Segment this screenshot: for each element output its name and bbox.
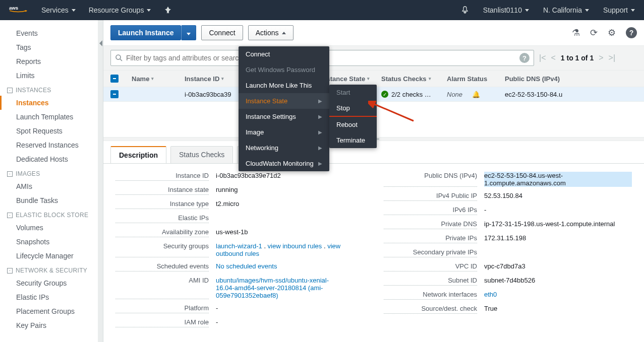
sg-link[interactable]: launch-wizard-1 xyxy=(216,242,262,250)
tab-description[interactable]: Description xyxy=(110,146,166,163)
chevron-right-icon: ▶ xyxy=(318,129,322,135)
sidebar-item-placement-groups[interactable]: Placement Groups xyxy=(0,304,98,318)
nav-resource-groups[interactable]: Resource Groups xyxy=(89,6,151,14)
nav-services[interactable]: Services xyxy=(41,6,76,14)
nav-user[interactable]: Stanlist0110 xyxy=(483,6,529,14)
connect-button[interactable]: Connect xyxy=(201,25,243,40)
sidebar-item-reports[interactable]: Reports xyxy=(0,54,98,69)
sidebar-item-dedicated-hosts[interactable]: Dedicated Hosts xyxy=(0,152,98,166)
pager: |< < 1 to 1 of 1 > >| xyxy=(539,53,615,62)
submenu-start: Start xyxy=(329,85,377,100)
sidebar-section-ebs[interactable]: -ELASTIC BLOCK STORE xyxy=(0,208,98,221)
menu-launch-more[interactable]: Launch More Like This xyxy=(239,78,329,93)
col-name[interactable]: Name▾ xyxy=(132,75,185,83)
detail-key: Subnet ID xyxy=(384,277,477,286)
experiments-icon[interactable]: ⚗ xyxy=(572,27,580,38)
tab-status-checks[interactable]: Status Checks xyxy=(170,146,233,163)
sidebar-item-launch-templates[interactable]: Launch Templates xyxy=(0,110,98,124)
submenu-terminate[interactable]: Terminate xyxy=(329,132,377,148)
sort-icon: ▾ xyxy=(151,76,154,81)
search-help-icon[interactable]: ? xyxy=(519,53,530,63)
chevron-down-icon xyxy=(631,9,635,12)
sidebar-item-lifecycle[interactable]: Lifecycle Manager xyxy=(0,249,98,263)
eni-link[interactable]: eth0 xyxy=(484,291,497,298)
sidebar-item-elastic-ips[interactable]: Elastic IPs xyxy=(0,290,98,304)
nav-region[interactable]: N. California xyxy=(543,6,589,14)
detail-key: Public DNS (IPv4) xyxy=(384,172,477,187)
pager-prev[interactable]: < xyxy=(551,53,556,62)
nav-user-label: Stanlist0110 xyxy=(483,6,522,14)
sidebar-item-snapshots[interactable]: Snapshots xyxy=(0,235,98,249)
side-nav: Events Tags Reports Limits -INSTANCES In… xyxy=(0,20,98,342)
sidebar-item-reserved[interactable]: Reserved Instances xyxy=(0,138,98,152)
menu-image[interactable]: Image▶ xyxy=(239,124,329,140)
sched-link[interactable]: No scheduled events xyxy=(216,262,277,270)
sidebar-item-tags[interactable]: Tags xyxy=(0,40,98,54)
sidebar-section-label: ELASTIC BLOCK STORE xyxy=(16,212,88,219)
chevron-down-icon xyxy=(187,33,191,35)
help-icon[interactable]: ? xyxy=(626,27,637,38)
sidebar-section-images[interactable]: -IMAGES xyxy=(0,166,98,179)
sidebar-item-amis[interactable]: AMIs xyxy=(0,179,98,193)
menu-connect[interactable]: Connect xyxy=(239,46,329,62)
launch-instance-dropdown[interactable] xyxy=(181,25,196,40)
chevron-right-icon: ▶ xyxy=(318,161,322,166)
cell-checks: ✓2/2 checks … xyxy=(381,91,447,98)
menu-instance-state[interactable]: Instance State▶ xyxy=(239,93,329,109)
detail-value: us-west-1b xyxy=(216,228,248,237)
detail-value: launch-wizard-1 . view inbound rules . v… xyxy=(216,242,364,257)
svg-line-3 xyxy=(372,103,414,121)
sidebar-section-label: IMAGES xyxy=(16,170,40,177)
svg-point-1 xyxy=(116,55,121,59)
select-all-checkbox[interactable] xyxy=(110,75,119,83)
col-state[interactable]: Instance State▾ xyxy=(321,75,381,83)
actions-button[interactable]: Actions xyxy=(248,25,294,40)
pager-first[interactable]: |< xyxy=(539,53,546,62)
sidebar-item-spot-requests[interactable]: Spot Requests xyxy=(0,124,98,138)
check-ok-icon: ✓ xyxy=(381,91,388,98)
sidebar-item-key-pairs[interactable]: Key Pairs xyxy=(0,318,98,332)
pager-status: 1 to 1 of 1 xyxy=(561,54,594,62)
annotation-arrow xyxy=(368,101,419,126)
collapse-icon: - xyxy=(7,171,13,177)
detail-key: VPC ID xyxy=(384,262,477,271)
sidebar-item-events[interactable]: Events xyxy=(0,26,98,40)
sidebar-item-bundle-tasks[interactable]: Bundle Tasks xyxy=(0,193,98,208)
row-checkbox[interactable] xyxy=(110,90,119,98)
chevron-down-icon xyxy=(72,9,76,12)
alarm-bell-icon[interactable]: 🔔 xyxy=(472,91,480,98)
chevron-left-icon xyxy=(99,40,102,46)
refresh-icon[interactable]: ⟳ xyxy=(590,27,598,38)
sidebar-item-instances[interactable]: Instances xyxy=(0,96,98,110)
sidebar-item-security-groups[interactable]: Security Groups xyxy=(0,276,98,290)
detail-value: ip-172-31-15-198.us-west-1.compute.inter… xyxy=(484,220,615,229)
menu-cloudwatch[interactable]: CloudWatch Monitoring▶ xyxy=(239,156,329,171)
cell-alarm: None 🔔 xyxy=(447,91,505,98)
menu-label: Connect xyxy=(246,50,270,58)
menu-label: Reboot xyxy=(336,121,358,128)
menu-networking[interactable]: Networking▶ xyxy=(239,140,329,156)
sidebar-section-instances[interactable]: -INSTANCES xyxy=(0,83,98,96)
menu-instance-settings[interactable]: Instance Settings▶ xyxy=(239,109,329,124)
sidebar-item-volumes[interactable]: Volumes xyxy=(0,221,98,235)
aws-logo[interactable]: aws xyxy=(9,4,27,16)
nav-support[interactable]: Support xyxy=(603,6,635,14)
sidebar-section-network[interactable]: -NETWORK & SECURITY xyxy=(0,263,98,276)
col-alarm[interactable]: Alarm Status xyxy=(447,75,505,83)
sidebar-item-limits[interactable]: Limits xyxy=(0,69,98,83)
col-status-checks[interactable]: Status Checks▾ xyxy=(381,75,447,83)
launch-instance-button[interactable]: Launch Instance xyxy=(110,25,181,40)
settings-gear-icon[interactable]: ⚙ xyxy=(608,27,616,38)
inbound-link[interactable]: view inbound rules xyxy=(268,242,322,250)
menu-label: CloudWatch Monitoring xyxy=(246,160,314,167)
nav-services-label: Services xyxy=(41,6,69,14)
nav-notifications[interactable] xyxy=(461,6,469,14)
chevron-down-icon xyxy=(147,9,151,12)
pager-next[interactable]: > xyxy=(599,53,603,62)
detail-value: 52.53.150.84 xyxy=(484,192,522,201)
ami-link[interactable]: ubuntu/images/hvm-ssd/ubuntu-xenial-16.0… xyxy=(216,277,329,299)
pager-last[interactable]: >| xyxy=(609,53,616,62)
col-dns[interactable]: Public DNS (IPv4) xyxy=(505,75,637,83)
nav-pin[interactable] xyxy=(164,6,172,14)
sidebar-collapse-handle[interactable] xyxy=(98,20,103,342)
